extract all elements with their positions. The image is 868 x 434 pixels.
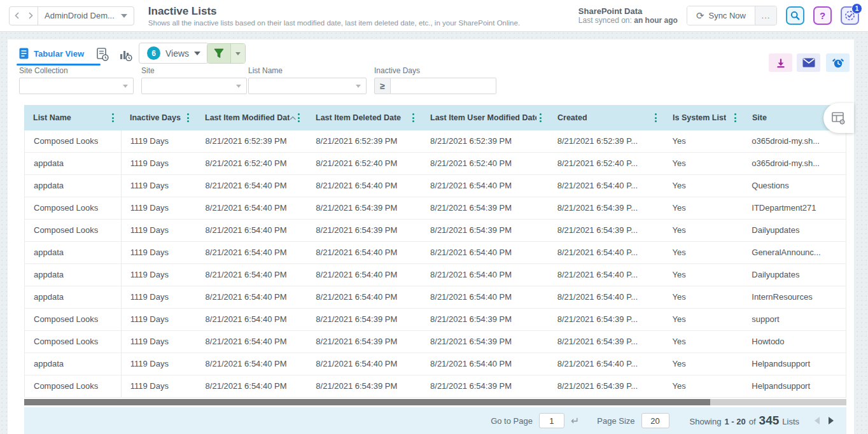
table-cell: appdata	[25, 264, 122, 286]
tab-tabular-view-label: Tabular View	[34, 49, 84, 59]
filter-site: Site	[141, 66, 247, 94]
column-menu-icon[interactable]	[109, 111, 117, 124]
column-menu-icon[interactable]	[536, 111, 545, 124]
table-cell: 8/21/2021 6:54:40 P...	[549, 286, 664, 309]
last-synced-text: Last synced on: an hour ago	[578, 16, 678, 25]
table-cell: 8/21/2021 6:52:39 PM	[421, 130, 549, 153]
notification-badge[interactable]: 1	[851, 3, 862, 14]
table-cell: Composed Looks	[25, 331, 122, 353]
filter-label: Inactive Days	[374, 66, 496, 75]
horizontal-scrollbar[interactable]	[24, 399, 846, 405]
column-header-label: Last Item User Modified Date	[430, 113, 536, 122]
help-button[interactable]: ?	[813, 6, 832, 25]
table-row: Composed Looks1119 Days8/21/2021 6:54:40…	[25, 331, 846, 353]
site-collection-select[interactable]	[19, 78, 134, 94]
greater-equal-operator-button[interactable]: ≥	[374, 78, 391, 94]
views-dropdown-button[interactable]: 6 Views	[139, 43, 209, 64]
sync-button-group: ⟳ Sync Now ...	[687, 6, 777, 25]
report-clock-icon	[96, 48, 109, 61]
table-cell: 8/21/2021 6:54:40 P...	[549, 353, 664, 375]
table-cell: 8/21/2021 6:54:40 PM	[197, 264, 307, 286]
nav-back-button[interactable]	[10, 7, 24, 25]
table-cell: 8/21/2021 6:54:40 PM	[307, 264, 421, 286]
last-synced-value: an hour ago	[634, 16, 678, 25]
chevron-down-icon	[121, 14, 127, 18]
datasource-name: SharePoint Data	[578, 6, 678, 16]
column-settings-button[interactable]	[823, 103, 854, 133]
email-report-button[interactable]	[797, 53, 820, 72]
bar-chart-clock-icon	[119, 48, 132, 61]
search-button[interactable]	[786, 6, 804, 25]
table-cell: 1119 Days	[122, 242, 197, 264]
table-cell: 8/21/2021 6:54:39 PM	[421, 197, 549, 220]
sync-more-button[interactable]: ...	[755, 6, 776, 25]
table-cell: Dailyupdates	[743, 220, 846, 242]
table-cell: 1119 Days	[122, 375, 197, 398]
next-page-button[interactable]	[829, 417, 834, 424]
page-size-input[interactable]	[641, 413, 669, 428]
horizontal-scrollbar-thumb[interactable]	[24, 399, 710, 405]
column-header-list-name[interactable]: List Name	[24, 105, 121, 130]
column-header-label: Inactive Days	[130, 113, 181, 122]
page-arrows	[815, 417, 834, 424]
table-cell: 1119 Days	[122, 130, 197, 153]
goto-page-label: Go to Page	[491, 416, 533, 426]
goto-page-input[interactable]	[539, 413, 564, 428]
column-menu-icon[interactable]	[731, 111, 739, 124]
enter-arrow-icon[interactable]: ↵	[571, 415, 579, 427]
table-row: Composed Looks1119 Days8/21/2021 6:52:39…	[25, 130, 846, 153]
table-row: Composed Looks1119 Days8/21/2021 6:54:40…	[25, 375, 846, 398]
column-header-inactive-days[interactable]: Inactive Days	[121, 105, 196, 130]
filter-button[interactable]	[207, 44, 230, 63]
audit-activity-button[interactable]: 1	[841, 6, 859, 25]
column-menu-icon[interactable]	[652, 111, 660, 124]
chevron-right-icon	[29, 12, 33, 19]
export-report-view-button[interactable]	[94, 46, 111, 62]
list-name-select[interactable]	[248, 78, 367, 94]
chart-view-button[interactable]	[117, 46, 134, 62]
ellipsis-icon: ...	[762, 11, 771, 20]
schedule-alert-button[interactable]	[826, 53, 850, 72]
table-row: appdata1119 Days8/21/2021 6:54:40 PM8/21…	[25, 286, 846, 309]
workspace-dropdown[interactable]: AdminDroid Dem...	[38, 7, 134, 25]
site-select[interactable]	[141, 78, 247, 94]
column-menu-icon[interactable]	[295, 111, 303, 124]
views-count-badge: 6	[147, 46, 160, 60]
filter-options-button[interactable]	[230, 44, 245, 63]
table-cell: 8/21/2021 6:54:40 P...	[549, 242, 664, 264]
table-cell: Yes	[663, 375, 743, 398]
table-cell: Composed Looks	[25, 197, 122, 220]
column-menu-icon[interactable]	[184, 111, 192, 124]
column-header-last-item-deleted-date[interactable]: Last Item Deleted Date	[307, 105, 421, 130]
table-cell: 8/21/2021 6:54:39 PM	[421, 375, 549, 398]
table-cell: 8/21/2021 6:54:40 PM	[307, 353, 421, 375]
table-cell: 8/21/2021 6:54:40 PM	[197, 242, 307, 264]
column-header-last-item-user-modified-date[interactable]: Last Item User Modified Date	[421, 105, 549, 130]
showing-range: 1 - 20	[724, 417, 745, 426]
tab-tabular-view[interactable]: Tabular View	[19, 45, 84, 62]
download-button[interactable]	[769, 53, 792, 72]
nav-forward-button[interactable]	[24, 7, 38, 25]
filter-label: Site	[141, 66, 247, 75]
column-header-created[interactable]: Created	[549, 105, 664, 130]
column-menu-icon[interactable]	[409, 111, 417, 124]
table-cell: Composed Looks	[25, 220, 122, 242]
table-cell: 8/21/2021 6:54:40 PM	[197, 331, 307, 353]
previous-page-button[interactable]	[815, 417, 820, 424]
table-cell: 8/21/2021 6:54:39 PM	[307, 309, 421, 331]
table-cell: o365droid-my.sh...	[743, 130, 846, 153]
active-tab-underline	[17, 64, 101, 66]
top-bar: AdminDroid Dem... Inactive Lists Shows a…	[0, 0, 868, 32]
table-cell: 1119 Days	[122, 175, 197, 197]
filter-split-button	[207, 43, 246, 64]
sync-now-button[interactable]: ⟳ Sync Now	[687, 6, 755, 25]
inactive-days-input[interactable]	[391, 78, 496, 94]
table-cell: 8/21/2021 6:54:39 PM	[421, 331, 549, 353]
table-cell: 1119 Days	[122, 197, 197, 220]
column-header-last-item-modified-date[interactable]: Last Item Modified Date	[196, 105, 307, 130]
report-card: Tabular View 6 Views	[8, 39, 854, 434]
table-cell: Yes	[663, 309, 743, 331]
table-cell: 8/21/2021 6:54:39 PM	[307, 220, 421, 242]
table-cell: Composed Looks	[25, 309, 122, 331]
column-header-is-system-list[interactable]: Is System List	[664, 105, 743, 130]
